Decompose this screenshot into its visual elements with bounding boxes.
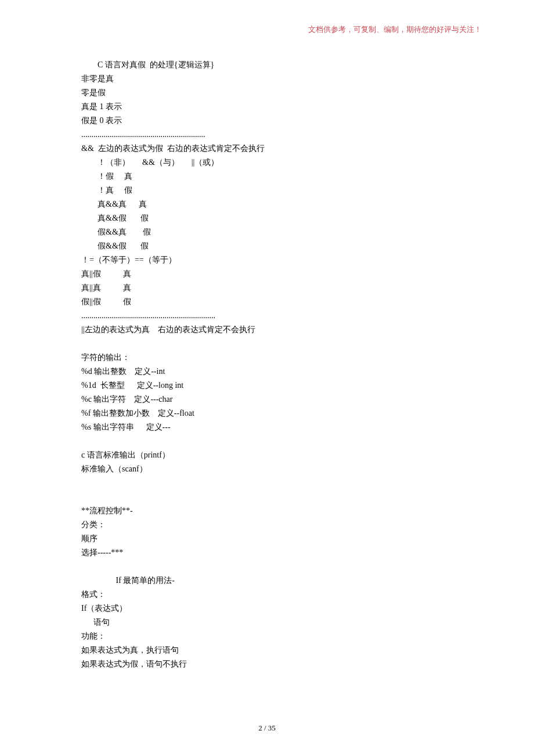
line: 假||假 假 [81, 295, 453, 309]
line: 字符的输出： [81, 351, 453, 365]
line: ！真 假 [81, 183, 453, 197]
line: **流程控制**- [81, 504, 453, 518]
line: %d 输出整数 定义--int [81, 365, 453, 379]
blank-line [81, 337, 453, 351]
line: 语句 [81, 615, 453, 629]
line: c 语言标准输出（printf） [81, 448, 453, 462]
line: 真&&真 真 [81, 197, 453, 211]
blank-line [81, 560, 453, 574]
line: %c 输出字符 定义---char [81, 393, 453, 406]
line: 如果表达式为假，语句不执行 [81, 657, 453, 671]
line: ！假 真 [81, 170, 453, 183]
line: 功能： [81, 629, 453, 643]
line: 假是 0 表示 [81, 114, 453, 128]
line: %f 输出整数加小数 定义--float [81, 406, 453, 420]
header-note: 文档供参考，可复制、编制，期待您的好评与关注！ [308, 24, 482, 35]
line: 顺序 [81, 532, 453, 546]
blank-line [81, 476, 453, 490]
line: ||左边的表达式为真 右边的表达式肯定不会执行 [81, 323, 453, 337]
line: 选择-----*** [81, 546, 453, 560]
page-number: 2 / 35 [0, 723, 534, 733]
line: ！=（不等于）==（等于） [81, 253, 453, 267]
line: 非零是真 [81, 72, 453, 86]
line: 假&&假 假 [81, 239, 453, 253]
blank-line [81, 490, 453, 504]
line: 真是 1 表示 [81, 100, 453, 114]
line: && 左边的表达式为假 右边的表达式肯定不会执行 [81, 142, 453, 156]
divider-dots: ........................................… [81, 309, 453, 323]
document-body: C 语言对真假 的处理{逻辑运算} 非零是真 零是假 真是 1 表示 假是 0 … [81, 58, 453, 671]
line: 标准输入（scanf） [81, 462, 453, 476]
line: If 最简单的用法- [81, 574, 453, 588]
line: 格式： [81, 588, 453, 602]
line: C 语言对真假 的处理{逻辑运算} [81, 58, 453, 72]
line: ！（非） &&（与） ||（或） [81, 156, 453, 170]
line: If（表达式） [81, 602, 453, 615]
line: 真||假 真 [81, 267, 453, 281]
line: %1d 长整型 定义--long int [81, 379, 453, 393]
line: 真||真 真 [81, 281, 453, 295]
line: 如果表达式为真，执行语句 [81, 643, 453, 657]
blank-line [81, 434, 453, 448]
line: 假&&真 假 [81, 225, 453, 239]
line: 真&&假 假 [81, 211, 453, 225]
line: %s 输出字符串 定义--- [81, 420, 453, 434]
divider-dots: ........................................… [81, 128, 453, 142]
line: 分类： [81, 518, 453, 532]
line: 零是假 [81, 86, 453, 100]
